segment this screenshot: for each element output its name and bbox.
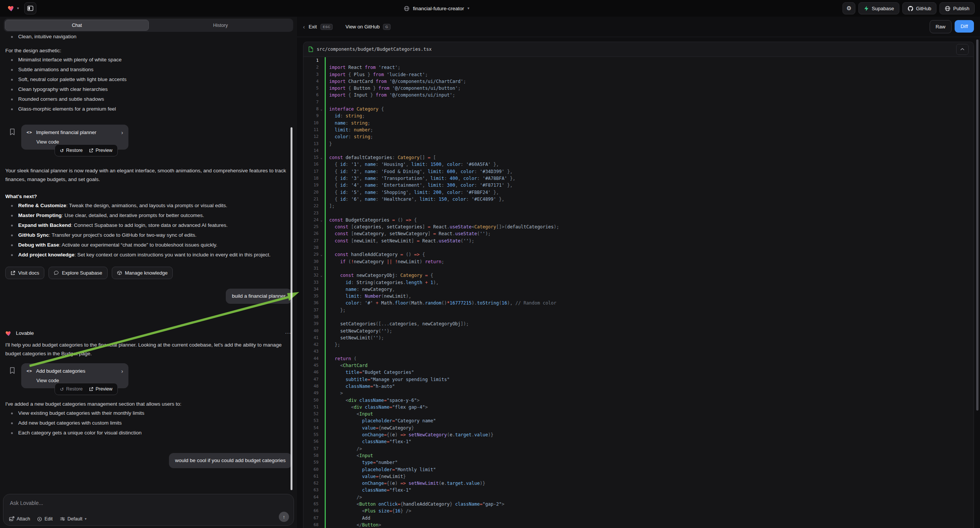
code-line: 10 name: string; <box>304 120 974 127</box>
bullet-item: Minimalist interface with plenty of whit… <box>5 55 292 65</box>
chat-bubble-icon <box>54 270 59 275</box>
visit-docs-button[interactable]: Visit docs <box>5 267 45 279</box>
code-line: 47 subtitle="Manage your spending limits… <box>304 376 974 383</box>
code-line: 39 setCategories([...categories, newCate… <box>304 320 974 327</box>
added-paragraph: I've added a new budget categories manag… <box>5 399 292 408</box>
code-line: 7 <box>304 99 974 106</box>
chat-scrollbar-thumb[interactable] <box>291 127 293 490</box>
collapse-file-button[interactable] <box>956 44 969 55</box>
github-label: GitHub <box>916 6 931 11</box>
preview-button[interactable]: Preview <box>89 148 112 153</box>
chat-panel: Chat History Clean, intuitive navigation… <box>0 17 298 528</box>
supabase-button[interactable]: Supabase <box>858 2 899 14</box>
code-line: 13} <box>304 140 974 147</box>
arrow-up-icon: ↑ <box>283 514 285 520</box>
preview-button[interactable]: Preview <box>89 386 112 392</box>
whats-next-item: Master Prompting: Use clear, detailed, a… <box>5 211 292 220</box>
code-line: 12 color: string; <box>304 133 974 140</box>
composer-input[interactable]: Ask Lovable... Attach Edit <box>3 494 294 526</box>
code-line: 26 const [newCategory, setNewCategory] =… <box>304 230 974 237</box>
project-name: financial-future-creator <box>413 6 464 11</box>
github-button[interactable]: GitHub <box>902 2 936 14</box>
supabase-icon <box>864 6 869 11</box>
edit-button[interactable]: Edit <box>37 516 52 522</box>
code-line: 28 <box>304 244 974 251</box>
explore-supabase-button[interactable]: Explore Supabase <box>48 267 107 279</box>
code-line: 68 </Button> <box>304 522 974 528</box>
external-link-icon <box>89 148 93 153</box>
tab-chat[interactable]: Chat <box>5 20 149 31</box>
bookmark-icon[interactable] <box>10 367 15 374</box>
user-message-bubble: would be cool if you could add budget ca… <box>169 453 292 468</box>
manage-knowledge-button[interactable]: Manage knowledge <box>112 267 173 279</box>
project-switcher[interactable]: financial-future-creator ▾ <box>404 0 469 17</box>
code-line: 61 value={newLimit} <box>304 473 974 480</box>
version-card-1-wrap: <> Implement financial planner › View co… <box>5 125 292 149</box>
whats-next-item: GitHub Sync: Transfer your project's cod… <box>5 230 292 240</box>
code-line: 24⌄const BudgetCategories = () => { <box>304 217 974 223</box>
view-on-github-button[interactable]: View on GitHub <box>345 24 380 30</box>
code-line: 49 > <box>304 390 974 396</box>
settings-button[interactable]: ⚙ <box>843 2 855 14</box>
external-link-icon <box>11 271 15 275</box>
tab-history[interactable]: History <box>149 20 292 31</box>
exit-button[interactable]: Exit <box>309 24 317 30</box>
assistant-header: Lovable ⋯ <box>5 329 292 337</box>
whats-next-heading: What's next? <box>5 192 292 201</box>
composer-placeholder: Ask Lovable... <box>10 500 43 506</box>
chevron-down-icon: ▾ <box>468 6 469 10</box>
version-card-title: Add budget categories <box>36 368 85 374</box>
code-line: 31 <box>304 265 974 272</box>
whats-next-list: Refine & Customize: Tweak the design, an… <box>5 201 292 260</box>
diff-toggle-button[interactable]: Diff <box>955 20 974 33</box>
code-line: 40 setNewCategory(''); <box>304 328 974 334</box>
lovable-heart-icon <box>8 5 15 12</box>
code-scrollbar-thumb[interactable] <box>976 40 978 410</box>
attach-image-icon <box>9 516 14 522</box>
code-line: 63 className="flex-1" <box>304 487 974 493</box>
restore-button[interactable]: ↺ Restore <box>60 386 83 392</box>
mode-selector[interactable]: Default ▾ <box>60 516 87 522</box>
toggle-sidebar-button[interactable] <box>24 2 37 14</box>
code-line: 51 <div className="flex gap-4"> <box>304 404 974 410</box>
code-line: 62 onChange={(e) => setNewLimit(e.target… <box>304 480 974 487</box>
code-line: 46 title="Budget Categories" <box>304 369 974 376</box>
view-code-link[interactable]: View code <box>37 139 59 145</box>
code-line: 64 /> <box>304 494 974 501</box>
code-line: 18 { id: '3', name: 'Transportation', li… <box>304 175 974 182</box>
code-line: 4import ChartCard from '@/components/ui/… <box>304 78 974 85</box>
code-panel: ‹ Exit ESC View on GitHub G Raw Diff src… <box>297 17 980 528</box>
chevron-up-icon <box>960 48 964 50</box>
code-line: 3import { Plus } from 'lucide-react'; <box>304 71 974 78</box>
package-icon <box>117 270 122 275</box>
raw-toggle-button[interactable]: Raw <box>930 20 951 33</box>
code-line: 19 { id: '4', name: 'Entertainment', lim… <box>304 182 974 189</box>
code-line: 34 name: newCategory, <box>304 286 974 293</box>
code-editor: 12import React from 'react';3import { Pl… <box>304 57 974 528</box>
view-code-link[interactable]: View code <box>37 378 59 383</box>
code-line: 27 const [newLimit, setNewLimit] = React… <box>304 237 974 244</box>
code-line: 9 id: string; <box>304 113 974 119</box>
send-button[interactable]: ↑ <box>279 512 289 522</box>
code-line: 1 <box>304 57 974 64</box>
lovable-heart-icon <box>5 330 12 337</box>
bullet-item: Each category gets a unique color for vi… <box>5 428 292 438</box>
attach-button[interactable]: Attach <box>9 516 30 522</box>
lovable-logo-menu[interactable]: ▾ <box>8 5 19 12</box>
code-viewer-header: ‹ Exit ESC View on GitHub G Raw Diff <box>297 17 980 37</box>
restore-button[interactable]: ↺ Restore <box>60 148 83 153</box>
ready-paragraph: Your sleek financial planner is now read… <box>5 166 292 184</box>
chevron-right-icon: › <box>121 368 123 374</box>
external-link-icon <box>89 387 93 391</box>
bookmark-icon[interactable] <box>10 129 15 135</box>
code-line: 5import { Button } from '@/components/ui… <box>304 85 974 92</box>
whats-next-item: Add project knowledge: Set key context o… <box>5 250 292 260</box>
restore-icon: ↺ <box>60 386 64 392</box>
sliders-icon <box>60 517 65 521</box>
quick-actions-row: Visit docs Explore Supabase Manage knowl… <box>5 267 292 279</box>
code-line: 42 }; <box>304 341 974 348</box>
code-line: 16 { id: '1', name: 'Housing', limit: 15… <box>304 161 974 168</box>
publish-button[interactable]: Publish <box>939 2 975 14</box>
code-line: 6import { Input } from '@/components/ui/… <box>304 92 974 99</box>
code-line: 56 className="flex-1" <box>304 438 974 445</box>
